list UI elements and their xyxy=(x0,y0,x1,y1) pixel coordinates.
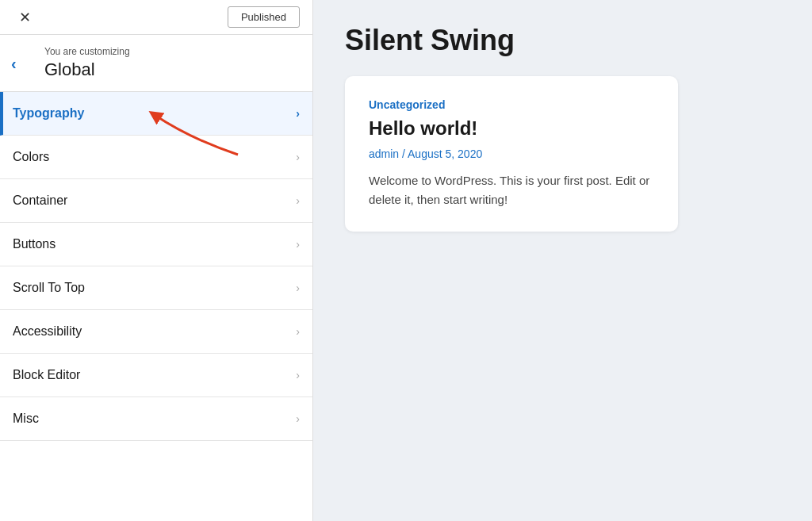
chevron-right-icon: › xyxy=(296,194,300,207)
chevron-right-icon: › xyxy=(296,151,300,163)
chevron-right-icon: › xyxy=(296,412,300,425)
chevron-right-icon: › xyxy=(296,238,300,251)
post-title: Hello world! xyxy=(369,117,654,140)
nav-item-typography[interactable]: Typography › xyxy=(0,92,312,136)
customizing-title: Global xyxy=(44,59,300,80)
chevron-right-icon: › xyxy=(296,282,300,294)
nav-item-block-editor[interactable]: Block Editor › xyxy=(0,354,312,397)
nav-item-misc[interactable]: Misc › xyxy=(0,397,312,441)
nav-item-block-editor-label: Block Editor xyxy=(13,368,296,382)
customizing-subtitle: You are customizing xyxy=(44,46,300,57)
sidebar: ✕ Published ‹ You are customizing Global… xyxy=(0,0,313,521)
nav-item-misc-label: Misc xyxy=(13,412,296,426)
nav-items-wrapper: Typography › Colors › Container › Button… xyxy=(0,92,312,441)
chevron-right-icon: › xyxy=(296,325,300,338)
nav-item-scroll-to-top[interactable]: Scroll To Top › xyxy=(0,266,312,310)
sidebar-header: ✕ Published xyxy=(0,0,312,35)
preview-panel: Silent Swing Uncategorized Hello world! … xyxy=(313,0,812,521)
back-button[interactable]: ‹ xyxy=(11,54,17,72)
nav-item-colors-label: Colors xyxy=(13,150,296,164)
post-category: Uncategorized xyxy=(369,98,654,111)
nav-item-container[interactable]: Container › xyxy=(0,179,312,223)
nav-item-accessibility-label: Accessibility xyxy=(13,324,296,339)
published-button[interactable]: Published xyxy=(228,6,300,28)
nav-item-scroll-to-top-label: Scroll To Top xyxy=(13,281,296,295)
nav-item-typography-label: Typography xyxy=(13,106,296,121)
post-meta: admin / August 5, 2020 xyxy=(369,147,654,160)
nav-item-buttons[interactable]: Buttons › xyxy=(0,223,312,266)
nav-item-colors[interactable]: Colors › xyxy=(0,136,312,179)
customizing-block: ‹ You are customizing Global xyxy=(0,35,312,92)
post-excerpt: Welcome to WordPress. This is your first… xyxy=(369,171,654,209)
chevron-right-icon: › xyxy=(296,107,300,120)
site-title: Silent Swing xyxy=(345,24,780,57)
nav-item-buttons-label: Buttons xyxy=(13,237,296,251)
close-button[interactable]: ✕ xyxy=(13,6,37,29)
nav-item-accessibility[interactable]: Accessibility › xyxy=(0,310,312,354)
nav-item-container-label: Container xyxy=(13,193,296,208)
post-card: Uncategorized Hello world! admin / Augus… xyxy=(345,76,678,232)
chevron-right-icon: › xyxy=(296,369,300,381)
